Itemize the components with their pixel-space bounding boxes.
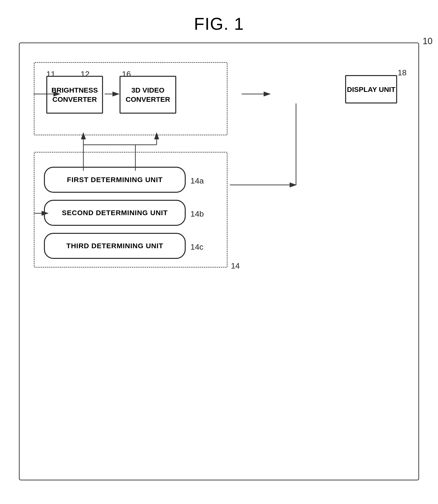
figure-title: FIG. 1 xyxy=(0,0,438,33)
first-determining-unit-block: FIRST DETERMINING UNIT xyxy=(44,167,186,193)
bottom-dashed-box: 14 14a 14b 14c FIRST DETERMINING UNIT SE… xyxy=(34,152,228,268)
top-dashed-box: 11 12 16 BRIGHTNESS CONVERTER 3D VIDEO C… xyxy=(34,62,228,135)
title-text: FIG. 1 xyxy=(194,14,244,33)
label-18: 18 xyxy=(398,68,406,77)
second-determining-unit-block: SECOND DETERMINING UNIT xyxy=(44,200,186,226)
brightness-converter-block: BRIGHTNESS CONVERTER xyxy=(46,76,103,114)
first-determining-unit-label: FIRST DETERMINING UNIT xyxy=(67,176,163,184)
third-determining-unit-label: THIRD DETERMINING UNIT xyxy=(66,242,163,250)
3d-video-converter-label: 3D VIDEO CONVERTER xyxy=(126,86,170,104)
label-14: 14 xyxy=(231,261,240,270)
label-14c: 14c xyxy=(190,242,203,252)
display-unit-label: DISPLAY UNIT xyxy=(347,85,395,94)
second-determining-unit-label: SECOND DETERMINING UNIT xyxy=(62,209,168,217)
3d-video-converter-block: 3D VIDEO CONVERTER xyxy=(120,76,176,114)
third-determining-unit-block: THIRD DETERMINING UNIT xyxy=(44,233,186,259)
display-unit-block: DISPLAY UNIT xyxy=(345,75,397,103)
outer-container: 10 11 12 16 BRIGHTNESS CONVERTER 3D VIDE… xyxy=(19,43,419,480)
label-10: 10 xyxy=(423,36,433,46)
label-14a: 14a xyxy=(190,176,204,185)
label-14b: 14b xyxy=(190,209,204,218)
brightness-converter-label: BRIGHTNESS CONVERTER xyxy=(52,86,98,104)
